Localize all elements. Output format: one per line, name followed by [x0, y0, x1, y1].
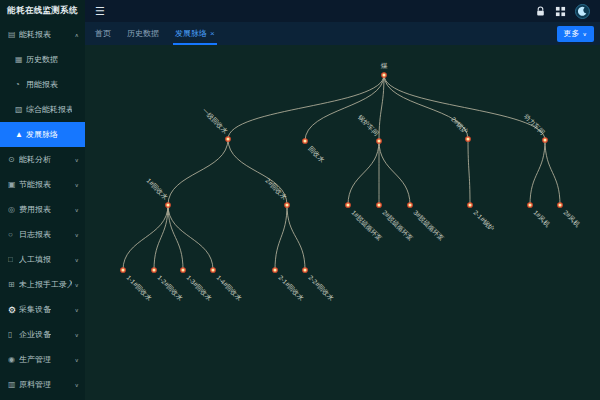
- sidebar-item-label: 能耗报表: [19, 29, 51, 40]
- sidebar-item-cost-report[interactable]: ◎费用报表∨: [0, 197, 85, 222]
- more-button[interactable]: 更多 ∨: [557, 26, 594, 42]
- tree-node-label: 锅炉车间: [355, 113, 380, 138]
- tab-首页[interactable]: 首页: [95, 22, 111, 45]
- tree-link: [468, 139, 470, 205]
- tree-node-label: 一级回收水: [201, 107, 229, 135]
- log-report-icon: ○: [8, 230, 19, 239]
- manual-fill-icon: □: [8, 255, 19, 264]
- tab-历史数据[interactable]: 历史数据: [127, 22, 159, 45]
- tree-node-n4a[interactable]: [468, 203, 472, 207]
- chevron-down-icon: ∨: [75, 257, 79, 263]
- tree-node-c5[interactable]: [273, 268, 277, 272]
- tree-node-label: 2#锅炉: [450, 115, 469, 134]
- sidebar-item-history-data[interactable]: ▦历史数据: [0, 47, 85, 72]
- chevron-down-icon: ∨: [75, 332, 79, 338]
- fullscreen-grid-icon[interactable]: [555, 6, 566, 17]
- chevron-down-icon: ∨: [75, 207, 79, 213]
- sidebar-item-label: 日志报表: [19, 229, 51, 240]
- analysis-icon: ⊙: [8, 155, 19, 164]
- tree-node-n3b[interactable]: [377, 203, 381, 207]
- tree-node-n1a[interactable]: [166, 203, 170, 207]
- sidebar-item-label: 费用报表: [19, 204, 51, 215]
- comprehensive-report-icon: ▧: [15, 105, 26, 114]
- tab-list: 首页历史数据发展脉络×: [95, 22, 215, 45]
- tree-node-n1[interactable]: [226, 137, 230, 141]
- topbar-actions: [535, 4, 590, 19]
- tree-node-label: 回收水: [307, 145, 326, 164]
- tree-node-label: 动力车间: [522, 112, 546, 136]
- chevron-down-icon: ∨: [583, 31, 587, 37]
- production-icon: ◉: [8, 355, 19, 364]
- sidebar-item-log-report[interactable]: ○日志报表∨: [0, 222, 85, 247]
- tree-node-n5[interactable]: [543, 138, 547, 142]
- tree-node-n3[interactable]: [377, 139, 381, 143]
- sidebar-item-label: 人工填报: [19, 254, 51, 265]
- hamburger-menu-icon[interactable]: ☰: [95, 6, 105, 17]
- enterprise-device-icon: ▯: [8, 330, 19, 339]
- chevron-down-icon: ∨: [75, 182, 79, 188]
- tree-node-n4[interactable]: [466, 137, 470, 141]
- sidebar-item-label: 未上报手工录入: [19, 279, 72, 290]
- tree-node-label: 2-2#回收水: [307, 274, 335, 302]
- cost-report-icon: ◎: [8, 205, 19, 214]
- tree-node-label: 2-1#锅炉: [472, 209, 495, 232]
- sidebar-item-material-mgmt[interactable]: ▥原料管理∨: [0, 372, 85, 397]
- tree-link: [348, 141, 379, 205]
- tree-link: [168, 205, 183, 270]
- sidebar-item-label: 历史数据: [26, 54, 58, 65]
- tree-node-n5b[interactable]: [558, 203, 562, 207]
- tree-node-c2[interactable]: [152, 268, 156, 272]
- tree-node-label: 2#风机: [562, 209, 582, 229]
- sidebar-item-production-mgmt[interactable]: ◉生产管理∨: [0, 347, 85, 372]
- sidebar-item-label: 企业设备: [19, 329, 51, 340]
- tab-label: 发展脉络: [175, 28, 207, 39]
- sidebar-item-label: 综合能耗报表: [26, 104, 72, 115]
- topbar: ☰: [85, 0, 600, 22]
- sidebar-menu: ▤能耗报表∧▦历史数据◔用能报表▧综合能耗报表▲发展脉络⊙能耗分析∨▣节能报表∨…: [0, 22, 85, 400]
- tree-node-root[interactable]: [382, 73, 386, 77]
- sidebar-item-energy-use-report[interactable]: ◔用能报表: [0, 72, 85, 97]
- tree-node-label: 2-1#回收水: [277, 274, 305, 302]
- material-icon: ▥: [8, 380, 19, 389]
- sidebar-item-enterprise-device[interactable]: ▯企业设备∨: [0, 322, 85, 347]
- tree-node-n2[interactable]: [303, 139, 307, 143]
- tree-node-c1[interactable]: [121, 268, 125, 272]
- more-button-label: 更多: [564, 28, 580, 39]
- tree-link: [275, 205, 287, 270]
- tree-node-n3c[interactable]: [408, 203, 412, 207]
- tree-node-n1b[interactable]: [285, 203, 289, 207]
- sidebar-item-manual-fill[interactable]: □人工填报∨: [0, 247, 85, 272]
- tree-link: [545, 140, 560, 205]
- tree-node-label: 煤: [381, 62, 388, 69]
- sidebar-item-label: 发展脉络: [26, 129, 58, 140]
- sidebar-item-energy-analysis[interactable]: ⊙能耗分析∨: [0, 147, 85, 172]
- sidebar-item-label: 生产管理: [19, 354, 51, 365]
- sidebar-item-development-tree[interactable]: ▲发展脉络: [0, 122, 85, 147]
- sidebar-item-label: 能耗分析: [19, 154, 51, 165]
- manual-entry-icon: ⊞: [8, 280, 19, 289]
- saving-report-icon: ▣: [8, 180, 19, 189]
- tab-close-icon[interactable]: ×: [210, 30, 215, 38]
- tree-node-c3[interactable]: [181, 268, 185, 272]
- tree-link: [287, 205, 305, 270]
- tree-node-c4[interactable]: [211, 268, 215, 272]
- tree-node-label: 2#脱硫循环泵: [381, 209, 415, 243]
- chevron-down-icon: ∨: [75, 307, 79, 313]
- sidebar-item-energy-report[interactable]: ▤能耗报表∧: [0, 22, 85, 47]
- sidebar-item-comprehensive-report[interactable]: ▧综合能耗报表: [0, 97, 85, 122]
- tree-node-n5a[interactable]: [528, 203, 532, 207]
- tree-svg: 煤一级回收水回收水锅炉车间2#锅炉动力车间1#回收水2#回收水1#脱硫循环泵2#…: [85, 45, 600, 400]
- tab-label: 首页: [95, 28, 111, 39]
- tree-node-n3a[interactable]: [346, 203, 350, 207]
- avatar[interactable]: [575, 4, 590, 19]
- tab-发展脉络[interactable]: 发展脉络×: [175, 22, 215, 45]
- sidebar-item-collection-device[interactable]: ⚙采集设备∨: [0, 297, 85, 322]
- sidebar: 能耗在线监测系统 ▤能耗报表∧▦历史数据◔用能报表▧综合能耗报表▲发展脉络⊙能耗…: [0, 0, 85, 400]
- report-icon: ▤: [8, 30, 19, 39]
- tree-canvas: 煤一级回收水回收水锅炉车间2#锅炉动力车间1#回收水2#回收水1#脱硫循环泵2#…: [85, 45, 600, 400]
- sidebar-item-manual-entry[interactable]: ⊞未上报手工录入∨: [0, 272, 85, 297]
- tree-node-c6[interactable]: [303, 268, 307, 272]
- tree-link: [168, 205, 213, 270]
- lock-icon[interactable]: [535, 6, 546, 17]
- sidebar-item-saving-report[interactable]: ▣节能报表∨: [0, 172, 85, 197]
